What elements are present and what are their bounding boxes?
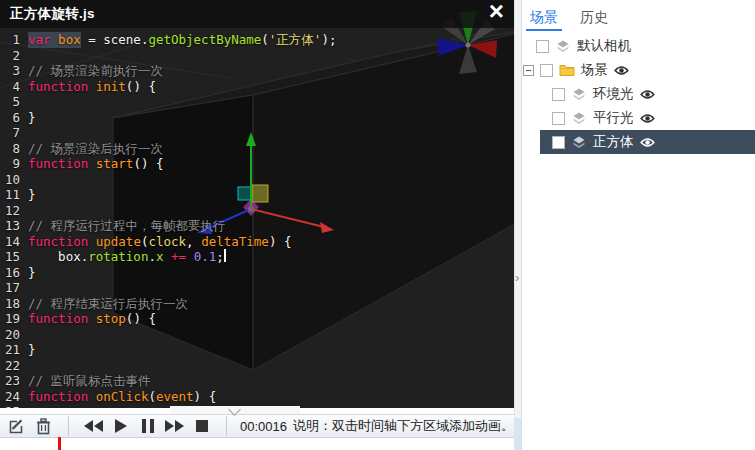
pause-button[interactable] bbox=[134, 415, 161, 437]
code-line[interactable]: 22 bbox=[0, 358, 514, 374]
code-line[interactable]: 18// 程序结束运行后执行一次 bbox=[0, 296, 514, 312]
line-number: 8 bbox=[0, 141, 28, 157]
code-token: } bbox=[28, 265, 36, 281]
visibility-checkbox[interactable] bbox=[552, 88, 565, 101]
rewind-button[interactable] bbox=[80, 415, 107, 437]
edit-pencil-icon bbox=[8, 418, 25, 435]
code-token: onClick bbox=[96, 389, 149, 405]
visibility-checkbox[interactable] bbox=[540, 64, 553, 77]
code-line[interactable]: 5 bbox=[0, 94, 514, 110]
code-line[interactable]: 19function stop() { bbox=[0, 311, 514, 327]
eye-icon[interactable] bbox=[640, 137, 655, 148]
play-button[interactable] bbox=[107, 415, 134, 437]
panel-divider[interactable]: › bbox=[514, 0, 521, 450]
timecode: 00:0016 bbox=[240, 419, 287, 434]
tab-history[interactable]: 历史 bbox=[579, 9, 609, 31]
stop-button[interactable] bbox=[188, 415, 215, 437]
trash-icon bbox=[36, 418, 51, 435]
code-line[interactable]: 23// 监听鼠标点击事件 bbox=[0, 373, 514, 389]
delete-keyframe-button[interactable] bbox=[30, 415, 57, 437]
code-token: // 监听鼠标点击事件 bbox=[28, 373, 151, 389]
scene-tree: 默认相机 场景 bbox=[522, 31, 755, 154]
line-number: 3 bbox=[0, 63, 28, 79]
tree-item-ambient-light[interactable]: 环境光 bbox=[522, 82, 755, 106]
code-token bbox=[186, 249, 194, 265]
toolbar-separator bbox=[226, 416, 227, 436]
collapse-expander-icon[interactable] bbox=[523, 65, 534, 76]
code-token: () { bbox=[133, 156, 163, 172]
code-area[interactable]: 1var box = scene.getObjectByName('正方体');… bbox=[0, 32, 514, 408]
line-number: 18 bbox=[0, 296, 28, 312]
code-token: ) { bbox=[269, 234, 292, 250]
code-token: stop bbox=[96, 311, 126, 327]
code-token: } bbox=[28, 342, 36, 358]
object-icon bbox=[555, 39, 571, 54]
text-cursor bbox=[224, 249, 226, 262]
line-number: 7 bbox=[0, 125, 28, 141]
code-line[interactable]: 1var box = scene.getObjectByName('正方体'); bbox=[0, 32, 514, 48]
fast-forward-button[interactable] bbox=[161, 415, 188, 437]
code-line[interactable]: 24function onClick(event) { bbox=[0, 389, 514, 405]
tab-scene[interactable]: 场景 bbox=[529, 9, 559, 31]
line-number: 15 bbox=[0, 249, 28, 265]
visibility-checkbox[interactable] bbox=[552, 136, 565, 149]
code-line[interactable]: 3// 场景渲染前执行一次 bbox=[0, 63, 514, 79]
code-line[interactable]: 4function init() { bbox=[0, 79, 514, 95]
eye-icon[interactable] bbox=[640, 89, 655, 100]
code-token: ( bbox=[148, 389, 156, 405]
code-token: . bbox=[148, 249, 156, 265]
timeline-toolbar: 00:0016 说明：双击时间轴下方区域添加动画。 bbox=[0, 414, 514, 438]
code-line[interactable]: 6} bbox=[0, 110, 514, 126]
line-number: 10 bbox=[0, 172, 28, 188]
visibility-checkbox[interactable] bbox=[552, 112, 565, 125]
code-line[interactable]: 15 box.rotation.x += 0.1; bbox=[0, 249, 514, 265]
app-window: 正方体旋转.js × 1var box = scene.getObjectByN… bbox=[0, 0, 755, 450]
tree-item-directional-light[interactable]: 平行光 bbox=[522, 106, 755, 130]
code-token bbox=[88, 156, 96, 172]
code-token: ) { bbox=[194, 389, 217, 405]
code-token: function bbox=[28, 311, 88, 327]
eye-icon[interactable] bbox=[614, 65, 629, 76]
folder-icon bbox=[559, 63, 575, 77]
code-line[interactable]: 16} bbox=[0, 265, 514, 281]
tree-item-scene[interactable]: 场景 bbox=[522, 58, 755, 82]
line-number: 23 bbox=[0, 373, 28, 389]
code-line[interactable]: 14function update(clock, deltaTime) { bbox=[0, 234, 514, 250]
code-token bbox=[88, 311, 96, 327]
code-line[interactable]: 2 bbox=[0, 48, 514, 64]
divider-scroll-segment bbox=[515, 418, 521, 450]
close-icon[interactable]: × bbox=[489, 0, 504, 25]
viewport-pane: 正方体旋转.js × 1var box = scene.getObjectByN… bbox=[0, 0, 514, 450]
line-number: 22 bbox=[0, 358, 28, 374]
code-line[interactable]: 8// 场景渲染后执行一次 bbox=[0, 141, 514, 157]
code-line[interactable]: 17 bbox=[0, 280, 514, 296]
tree-item-cube[interactable]: 正方体 bbox=[540, 130, 755, 154]
code-line[interactable]: 21} bbox=[0, 342, 514, 358]
code-token: scene. bbox=[103, 32, 148, 48]
visibility-checkbox[interactable] bbox=[536, 40, 549, 53]
stop-icon bbox=[196, 420, 208, 432]
eye-icon[interactable] bbox=[640, 113, 655, 124]
code-token: () { bbox=[126, 311, 156, 327]
code-line[interactable]: 13// 程序运行过程中，每帧都要执行 bbox=[0, 218, 514, 234]
code-token: var bbox=[28, 32, 51, 48]
code-line[interactable]: 12 bbox=[0, 203, 514, 219]
line-number: 12 bbox=[0, 203, 28, 219]
line-number: 1 bbox=[0, 32, 28, 48]
timeline-playhead[interactable] bbox=[58, 437, 61, 450]
code-line[interactable]: 10 bbox=[0, 172, 514, 188]
code-token: = bbox=[81, 32, 104, 48]
code-line[interactable]: 20 bbox=[0, 327, 514, 343]
code-token: start bbox=[96, 156, 134, 172]
tree-item-label: 正方体 bbox=[593, 133, 634, 151]
pause-icon bbox=[142, 419, 154, 433]
chevron-right-icon[interactable]: › bbox=[515, 270, 519, 285]
code-line[interactable]: 11} bbox=[0, 187, 514, 203]
code-line[interactable]: 7 bbox=[0, 125, 514, 141]
line-number: 5 bbox=[0, 94, 28, 110]
tree-item-default-camera[interactable]: 默认相机 bbox=[522, 34, 755, 58]
code-line[interactable]: 9function start() { bbox=[0, 156, 514, 172]
scene-tabs: 场景 历史 bbox=[522, 0, 755, 31]
edit-keyframe-button[interactable] bbox=[3, 415, 30, 437]
code-token: function bbox=[28, 156, 88, 172]
